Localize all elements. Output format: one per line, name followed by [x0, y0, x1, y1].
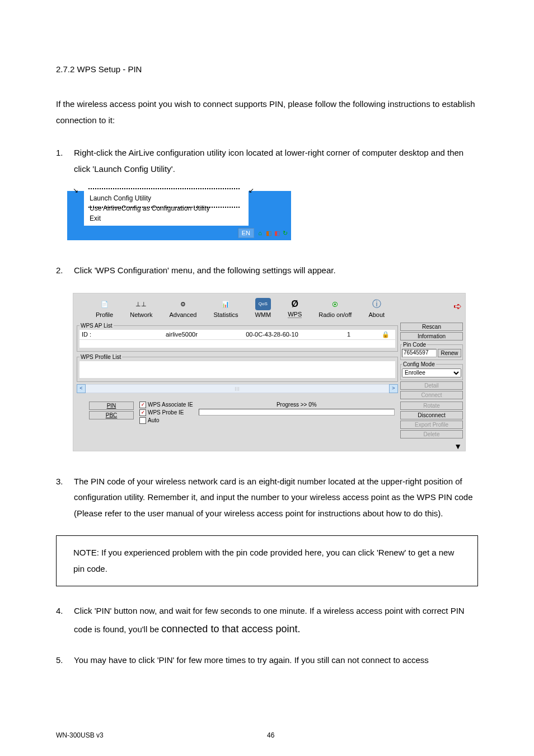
tab-advanced[interactable]: ⚙︎ Advanced [170, 299, 197, 318]
taskbar: EN ⌂ ◧ ◧ ↻ [67, 226, 291, 240]
checkbox-label: WPS Associate IE [148, 402, 193, 408]
tab-label: Statistics [213, 311, 238, 318]
tab-bar: 📄 Profile ⊥⊥ Network ⚙︎ Advanced 📊 Stati… [73, 293, 465, 320]
tab-label: WPS [288, 311, 302, 318]
checkbox-label: Auto [148, 417, 160, 423]
configmode-fieldset: Config Mode Enrollee [400, 361, 463, 380]
ap-list-empty-row [79, 340, 395, 348]
profile-list-empty [79, 361, 395, 378]
context-menu-screenshot: ↘ ↙ Launch Config Utility Use AirliveCon… [67, 191, 291, 240]
rescan-button[interactable]: Rescan [400, 323, 463, 331]
pbc-button[interactable]: PBC [89, 411, 134, 419]
tab-radio[interactable]: ⦿ Radio on/off [318, 299, 352, 318]
horizontal-scrollbar[interactable]: < ||| > [77, 384, 398, 393]
language-indicator[interactable]: EN [238, 228, 254, 238]
menu-item-launch[interactable]: Launch Config Utility [90, 193, 246, 203]
rotate-button[interactable]: Rotate [400, 402, 463, 410]
ap-list-row[interactable]: ID : airlive5000r 00-0C-43-28-60-10 1 🔒 [79, 330, 395, 339]
step-text: Click 'WPS Configuration' menu, and the … [74, 263, 478, 279]
callout-arrow-left-icon: ↘ [73, 186, 78, 194]
progress-bar [199, 409, 395, 416]
gear-icon: ⚙︎ [176, 299, 190, 310]
scroll-right-button[interactable]: > [389, 384, 398, 393]
checkbox-icon: ✓ [139, 402, 146, 408]
step-number: 4. [56, 603, 74, 638]
id-label: ID : [82, 331, 91, 338]
tab-label: About [368, 311, 385, 318]
checkbox-icon [139, 417, 146, 424]
section-heading: 2.7.2 WPS Setup - PIN [56, 64, 478, 74]
pbc-button-label: PBC [106, 412, 118, 418]
step-text: The PIN code of your wireless network ca… [74, 474, 478, 522]
tab-label: Radio on/off [318, 311, 352, 318]
fieldset-legend: WPS AP List [79, 323, 114, 329]
tab-network[interactable]: ⊥⊥ Network [130, 299, 152, 318]
footer-model: WN-300USB v3 [56, 731, 267, 739]
tab-wps[interactable]: Ø WPS [288, 298, 302, 318]
menu-item-use-config[interactable]: Use AirliveConfig as Configuration Utili… [90, 203, 246, 213]
fieldset-legend: Config Mode [402, 361, 436, 367]
about-icon: ⓘ [370, 299, 383, 310]
tab-statistics[interactable]: 📊 Statistics [213, 299, 238, 318]
wmm-icon: QoS [255, 298, 271, 310]
renew-button[interactable]: Renew [438, 349, 461, 357]
pincode-fieldset: Pin Code 76545597 Renew [400, 342, 463, 360]
delete-button[interactable]: Delete [400, 430, 463, 438]
wps-associate-checkbox[interactable]: ✓WPS Associate IE [139, 402, 193, 408]
callout-dots [88, 207, 240, 208]
tab-label: Network [130, 311, 152, 318]
callout-arrow-right-icon: ↙ [249, 186, 254, 194]
scroll-track[interactable]: ||| [86, 384, 389, 393]
ap-ssid: airlive5000r [166, 331, 222, 338]
wps-profile-list-fieldset: WPS Profile List [77, 354, 398, 382]
tray-icon[interactable]: ↻ [282, 230, 289, 237]
note-text: NOTE: If you experienced problem with th… [73, 548, 454, 573]
tab-label: WMM [255, 311, 271, 318]
information-button[interactable]: Information [400, 332, 463, 340]
menu-item-exit[interactable]: Exit [90, 213, 246, 223]
export-profile-button[interactable]: Export Profile [400, 421, 463, 429]
step-number: 1. [56, 145, 74, 177]
step-number: 2. [56, 263, 74, 279]
network-icon: ⊥⊥ [134, 299, 148, 310]
tab-profile[interactable]: 📄 Profile [96, 299, 113, 318]
tab-about[interactable]: ⓘ About [368, 299, 385, 318]
tray-icon[interactable]: ⌂ [256, 230, 264, 237]
pincode-field[interactable]: 76545597 [402, 349, 437, 357]
pin-button[interactable]: PIN [89, 402, 134, 410]
page-footer: WN-300USB v3 46 [56, 731, 478, 739]
auto-checkbox[interactable]: Auto [139, 417, 193, 424]
scroll-grip-icon: ||| [235, 386, 240, 391]
tray-icon[interactable]: ◧ [273, 230, 280, 237]
scroll-left-button[interactable]: < [77, 384, 86, 393]
ap-channel: 1 [322, 331, 350, 338]
configmode-select[interactable]: Enrollee [402, 368, 461, 377]
note-box: NOTE: If you experienced problem with th… [56, 535, 478, 586]
disconnect-button[interactable]: Disconnect [400, 411, 463, 419]
collapse-arrow-icon[interactable]: ▼ [73, 442, 465, 451]
callout-dots [88, 188, 240, 189]
fieldset-legend: Pin Code [402, 342, 427, 348]
step-number: 5. [56, 652, 74, 669]
tab-label: Advanced [170, 311, 197, 318]
step-text: Click 'PIN' button now, and wait for few… [74, 603, 478, 638]
tab-wmm[interactable]: QoS WMM [255, 298, 271, 318]
wps-probe-checkbox[interactable]: ✓WPS Probe IE [139, 409, 193, 416]
step-text: Right-click the AirLive configuration ut… [74, 145, 478, 177]
tray-icon[interactable]: ◧ [265, 230, 272, 237]
intro-paragraph: If the wireless access point you wish to… [56, 96, 478, 128]
connect-button[interactable]: Connect [400, 391, 463, 399]
profile-icon: 📄 [98, 299, 111, 310]
fieldset-legend: WPS Profile List [79, 354, 122, 360]
ap-mac: 00-0C-43-28-60-10 [222, 331, 322, 338]
pin-button-label: PIN [107, 403, 116, 409]
wps-ap-list-fieldset: WPS AP List ID : airlive5000r 00-0C-43-2… [77, 323, 398, 352]
step-text: You may have to click 'PIN' for few more… [74, 652, 478, 669]
progress-text: Progress >> 0% [199, 402, 395, 408]
tab-label: Profile [96, 311, 113, 318]
step4-part-b: connected to that access point. [161, 623, 300, 634]
detail-button[interactable]: Detail [400, 381, 463, 390]
context-menu: ↘ ↙ Launch Config Utility Use AirliveCon… [84, 191, 249, 226]
system-tray: ⌂ ◧ ◧ ↻ [256, 230, 289, 237]
expand-arrow-icon[interactable]: ➪ [453, 300, 462, 318]
